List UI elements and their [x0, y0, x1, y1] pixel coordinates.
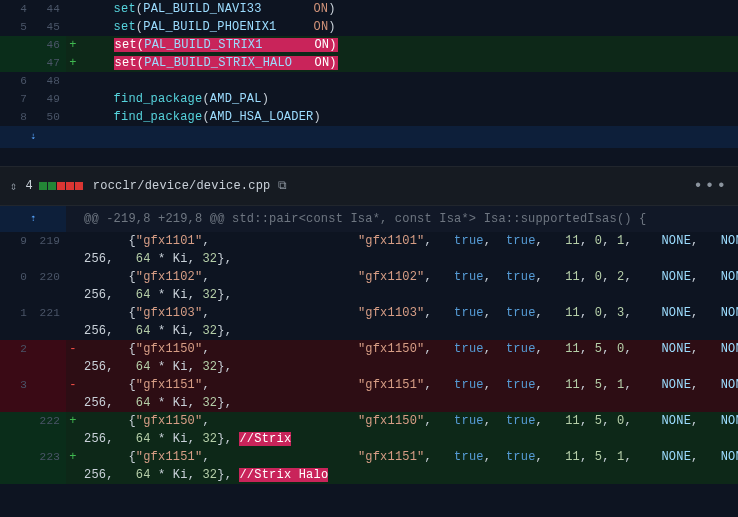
code-row-wrap: 256, 64 * Ki, 32}, [0, 394, 738, 412]
diff-marker [66, 0, 80, 18]
code-row-wrap: 256, 64 * Ki, 32}, [0, 250, 738, 268]
diff-marker: + [66, 448, 80, 466]
gutter-right[interactable]: 44 [33, 0, 66, 18]
code-content: set(PAL_BUILD_STRIX_HALO ON) [80, 54, 738, 72]
hunk-header-text: @@ -219,8 +219,8 @@ std::pair<const Isa*… [80, 206, 738, 232]
code-content: {"gfx1150", "gfx1150", true, true, 11, 5… [80, 412, 738, 430]
code-content: {"gfx1103", "gfx1103", true, true, 11, 0… [80, 304, 738, 322]
code-row: 545 set(PAL_BUILD_PHOENIX1 ON) [0, 18, 738, 36]
code-content: set(PAL_BUILD_STRIX1 ON) [80, 36, 738, 54]
gutter-left[interactable]: 5 [0, 18, 33, 36]
expand-up-icon[interactable]: ⇡ [30, 206, 36, 232]
code-content: {"gfx1151", "gfx1151", true, true, 11, 5… [80, 376, 738, 394]
gutter-right[interactable]: 220 [33, 268, 66, 286]
diff-stat-count: 4 [25, 179, 32, 193]
stat-box [48, 182, 56, 190]
code-row-wrap: 256, 64 * Ki, 32}, //Strix Halo [0, 466, 738, 484]
gutter-left[interactable] [0, 448, 33, 466]
file-path[interactable]: rocclr/device/device.cpp [93, 179, 271, 193]
stat-box [39, 182, 47, 190]
code-content: 256, 64 * Ki, 32}, [80, 358, 738, 376]
gutter-left[interactable]: 7 [0, 90, 33, 108]
gutter-left[interactable]: 9 [0, 232, 33, 250]
gutter-left[interactable] [0, 36, 33, 54]
diff-marker [66, 232, 80, 250]
gutter-right[interactable]: 47 [33, 54, 66, 72]
gutter-right[interactable]: 49 [33, 90, 66, 108]
gutter-left[interactable]: 1 [0, 304, 33, 322]
code-content [80, 72, 738, 90]
code-row: 444 set(PAL_BUILD_NAVI33 ON) [0, 0, 738, 18]
code-content: set(PAL_BUILD_NAVI33 ON) [80, 0, 738, 18]
gutter-right[interactable] [33, 340, 66, 358]
code-content: set(PAL_BUILD_PHOENIX1 ON) [80, 18, 738, 36]
diff-marker: - [66, 376, 80, 394]
gutter-left[interactable]: 6 [0, 72, 33, 90]
code-row: 648 [0, 72, 738, 90]
gutter-left[interactable] [0, 54, 33, 72]
stat-box [66, 182, 74, 190]
code-row: 222+ {"gfx1150", "gfx1150", true, true, … [0, 412, 738, 430]
gutter-right[interactable]: 46 [33, 36, 66, 54]
file2-diff: 9219 {"gfx1101", "gfx1101", true, true, … [0, 232, 738, 484]
code-row: 1221 {"gfx1103", "gfx1103", true, true, … [0, 304, 738, 322]
expand-down-row[interactable]: ⇣ [0, 126, 738, 148]
code-content: {"gfx1150", "gfx1150", true, true, 11, 5… [80, 340, 738, 358]
gutter-right[interactable]: 48 [33, 72, 66, 90]
code-content: 256, 64 * Ki, 32}, [80, 394, 738, 412]
gutter-right[interactable] [33, 376, 66, 394]
file1-diff: 444 set(PAL_BUILD_NAVI33 ON)545 set(PAL_… [0, 0, 738, 126]
diff-marker: + [66, 54, 80, 72]
gutter-left[interactable]: 3 [0, 376, 33, 394]
gutter-right[interactable]: 45 [33, 18, 66, 36]
diff-container: 444 set(PAL_BUILD_NAVI33 ON)545 set(PAL_… [0, 0, 738, 484]
diff-marker [66, 108, 80, 126]
code-row: 9219 {"gfx1101", "gfx1101", true, true, … [0, 232, 738, 250]
gutter-left[interactable]: 0 [0, 268, 33, 286]
code-row: 223+ {"gfx1151", "gfx1151", true, true, … [0, 448, 738, 466]
diff-marker [66, 304, 80, 322]
gutter-right[interactable]: 221 [33, 304, 66, 322]
gutter-right[interactable]: 219 [33, 232, 66, 250]
diff-marker [66, 90, 80, 108]
code-content: {"gfx1102", "gfx1102", true, true, 11, 0… [80, 268, 738, 286]
code-row-wrap: 256, 64 * Ki, 32}, [0, 322, 738, 340]
diff-marker [66, 268, 80, 286]
code-content: find_package(AMD_HSA_LOADER) [80, 108, 738, 126]
hunk-header-row: ⇡ @@ -219,8 +219,8 @@ std::pair<const Is… [0, 206, 738, 232]
code-row-wrap: 256, 64 * Ki, 32}, [0, 358, 738, 376]
diff-marker [66, 18, 80, 36]
code-content: find_package(AMD_PAL) [80, 90, 738, 108]
toggle-file-icon[interactable]: ⇕ [10, 179, 17, 194]
stat-box [57, 182, 65, 190]
diff-marker: + [66, 412, 80, 430]
gutter-left[interactable] [0, 412, 33, 430]
gutter-right[interactable]: 50 [33, 108, 66, 126]
diff-marker [66, 72, 80, 90]
code-row-wrap: 256, 64 * Ki, 32}, [0, 286, 738, 304]
diff-stat-boxes [39, 182, 83, 190]
gutter-right[interactable]: 223 [33, 448, 66, 466]
code-content: 256, 64 * Ki, 32}, [80, 286, 738, 304]
code-content: {"gfx1101", "gfx1101", true, true, 11, 0… [80, 232, 738, 250]
code-row: 850 find_package(AMD_HSA_LOADER) [0, 108, 738, 126]
code-row: 47+ set(PAL_BUILD_STRIX_HALO ON) [0, 54, 738, 72]
gutter-right[interactable]: 222 [33, 412, 66, 430]
stat-box [75, 182, 83, 190]
gutter-left[interactable]: 2 [0, 340, 33, 358]
file-menu-icon[interactable]: ••• [693, 177, 728, 195]
code-content: 256, 64 * Ki, 32}, //Strix Halo [80, 466, 738, 484]
code-content: 256, 64 * Ki, 32}, //Strix [80, 430, 738, 448]
code-row-wrap: 256, 64 * Ki, 32}, //Strix [0, 430, 738, 448]
diff-marker: + [66, 36, 80, 54]
gutter-left[interactable]: 4 [0, 0, 33, 18]
gutter-left[interactable]: 8 [0, 108, 33, 126]
code-row: 749 find_package(AMD_PAL) [0, 90, 738, 108]
code-content: 256, 64 * Ki, 32}, [80, 322, 738, 340]
diff-marker: - [66, 340, 80, 358]
copy-path-icon[interactable]: ⧉ [278, 179, 287, 193]
code-row: 2- {"gfx1150", "gfx1150", true, true, 11… [0, 340, 738, 358]
expand-down-icon[interactable]: ⇣ [0, 126, 66, 148]
code-row: 46+ set(PAL_BUILD_STRIX1 ON) [0, 36, 738, 54]
file-header[interactable]: ⇕ 4 rocclr/device/device.cpp ⧉ ••• [0, 166, 738, 206]
